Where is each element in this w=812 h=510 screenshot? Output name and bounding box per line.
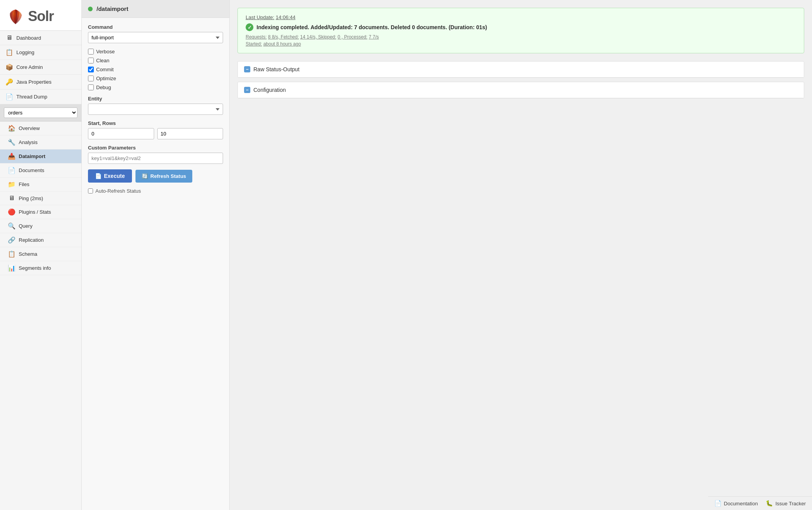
nav-item-java-properties[interactable]: 🔑 Java Properties	[0, 75, 81, 90]
debug-checkbox[interactable]	[88, 84, 94, 90]
start-rows-group: Start, Rows	[88, 120, 223, 139]
files-icon: 📁	[8, 181, 16, 188]
nav-item-thread-dump[interactable]: 📄 Thread Dump	[0, 90, 81, 104]
dataimport-icon: 📥	[8, 153, 16, 160]
clean-label: Clean	[96, 58, 109, 63]
execute-button[interactable]: 📄 Execute	[88, 169, 132, 183]
debug-row: Debug	[88, 84, 223, 90]
solr-logo-icon	[6, 7, 25, 26]
active-indicator	[88, 7, 93, 11]
core-admin-icon: 📦	[5, 63, 13, 71]
main-content: /dataimport Command full-import delta-im…	[82, 0, 812, 510]
configuration-collapse-icon: −	[244, 87, 250, 93]
query-icon: 🔍	[8, 222, 16, 230]
issue-tracker-label: Issue Tracker	[775, 501, 806, 506]
sidebar: Solr 🖥 Dashboard 📋 Logging 📦 Core Admin …	[0, 0, 82, 510]
nav-label-core-admin: Core Admin	[16, 64, 43, 70]
configuration-header[interactable]: − Configuration	[238, 82, 804, 98]
status-details: Requests: 8 8/s, Fetched: 14 14/s, Skipp…	[246, 34, 796, 40]
optimize-checkbox[interactable]	[88, 76, 94, 81]
auto-refresh-row: Auto-Refresh Status	[88, 188, 223, 194]
refresh-status-button[interactable]: 🔄 Refresh Status	[135, 170, 192, 183]
command-label: Command	[88, 24, 223, 30]
issue-tracker-icon: 🐛	[766, 500, 773, 507]
sub-nav-item-overview[interactable]: 🏠 Overview	[0, 121, 81, 135]
verbose-checkbox[interactable]	[88, 49, 94, 55]
raw-status-collapse-icon: −	[244, 66, 250, 72]
sub-nav-item-plugins-stats[interactable]: 🔴 Plugins / Stats	[0, 205, 81, 219]
success-line: ✓ Indexing completed. Added/Updated: 7 d…	[246, 23, 796, 31]
nav-label-dashboard: Dashboard	[16, 35, 41, 41]
java-properties-icon: 🔑	[5, 78, 13, 86]
last-update-time: 14:06:44	[276, 14, 295, 20]
last-update-line: Last Update: 14:06:44	[246, 14, 796, 20]
sub-nav-label-files: Files	[19, 181, 29, 187]
command-select[interactable]: full-import delta-import status reload-c…	[88, 32, 223, 43]
start-rows-label: Start, Rows	[88, 120, 223, 126]
start-rows-inputs	[88, 128, 223, 139]
clean-row: Clean	[88, 58, 223, 63]
sub-nav-item-files[interactable]: 📁 Files	[0, 178, 81, 192]
core-select-dropdown[interactable]: orders	[4, 107, 77, 118]
optimize-row: Optimize	[88, 76, 223, 81]
execute-icon: 📄	[95, 173, 102, 179]
rows-input[interactable]	[157, 128, 223, 139]
sub-nav-item-query[interactable]: 🔍 Query	[0, 219, 81, 233]
solr-logo-text: Solr	[28, 8, 54, 25]
schema-icon: 📋	[8, 250, 16, 258]
commit-row: Commit	[88, 67, 223, 72]
sub-nav-item-ping[interactable]: 🖥 Ping (2ms)	[0, 192, 81, 205]
auto-refresh-checkbox[interactable]	[88, 188, 93, 193]
sub-nav-item-dataimport[interactable]: 📥 Dataimport	[0, 149, 81, 164]
panel-header: /dataimport	[82, 0, 229, 18]
issue-tracker-link[interactable]: 🐛 Issue Tracker	[766, 500, 806, 507]
skipped-label: Skipped:	[318, 34, 336, 40]
nav-label-java-properties: Java Properties	[16, 79, 51, 85]
processed-label: Processed:	[344, 34, 367, 40]
panel-title: /dataimport	[97, 5, 128, 12]
commit-checkbox[interactable]	[88, 67, 94, 72]
custom-params-input[interactable]	[88, 153, 223, 164]
sub-nav-item-replication[interactable]: 🔗 Replication	[0, 233, 81, 247]
left-panel: /dataimport Command full-import delta-im…	[82, 0, 230, 510]
plugins-stats-icon: 🔴	[8, 208, 16, 216]
sub-nav-label-query: Query	[19, 223, 32, 229]
sub-nav-item-documents[interactable]: 📄 Documents	[0, 164, 81, 178]
started-label: Started:	[246, 41, 262, 47]
documentation-link[interactable]: 📄 Documentation	[714, 500, 758, 507]
overview-icon: 🏠	[8, 125, 16, 132]
nav-item-core-admin[interactable]: 📦 Core Admin	[0, 60, 81, 75]
raw-status-header[interactable]: − Raw Status-Output	[238, 62, 804, 77]
nav-item-dashboard[interactable]: 🖥 Dashboard	[0, 31, 81, 45]
status-started: Started: about 8 hours ago	[246, 41, 796, 47]
sub-nav-item-segments-info[interactable]: 📊 Segments info	[0, 261, 81, 275]
verbose-label: Verbose	[96, 49, 115, 55]
clean-checkbox[interactable]	[88, 58, 94, 63]
command-group: Command full-import delta-import status …	[88, 24, 223, 43]
ping-icon: 🖥	[8, 195, 16, 202]
entity-label: Entity	[88, 96, 223, 102]
nav-item-logging[interactable]: 📋 Logging	[0, 45, 81, 60]
sub-nav-item-analysis[interactable]: 🔧 Analysis	[0, 135, 81, 149]
debug-label: Debug	[96, 84, 111, 90]
core-selector[interactable]: orders	[0, 104, 81, 121]
refresh-icon: 🔄	[142, 173, 148, 179]
thread-dump-icon: 📄	[5, 93, 13, 100]
verbose-row: Verbose	[88, 49, 223, 55]
analysis-icon: 🔧	[8, 139, 16, 146]
entity-select[interactable]	[88, 104, 223, 115]
optimize-label: Optimize	[96, 76, 116, 81]
sub-nav-label-schema: Schema	[19, 251, 37, 257]
start-input[interactable]	[88, 128, 154, 139]
fetched-value: 14 14/s,	[300, 34, 318, 40]
commit-label: Commit	[96, 67, 114, 72]
documentation-label: Documentation	[724, 501, 758, 506]
form-section: Command full-import delta-import status …	[82, 18, 229, 200]
configuration-section: − Configuration	[237, 82, 804, 98]
skipped-value: 0 ,	[337, 34, 344, 40]
replication-icon: 🔗	[8, 236, 16, 244]
dashboard-icon: 🖥	[5, 34, 13, 41]
sub-nav-label-dataimport: Dataimport	[19, 153, 46, 159]
sub-nav-item-schema[interactable]: 📋 Schema	[0, 247, 81, 261]
raw-status-label: Raw Status-Output	[253, 66, 299, 72]
